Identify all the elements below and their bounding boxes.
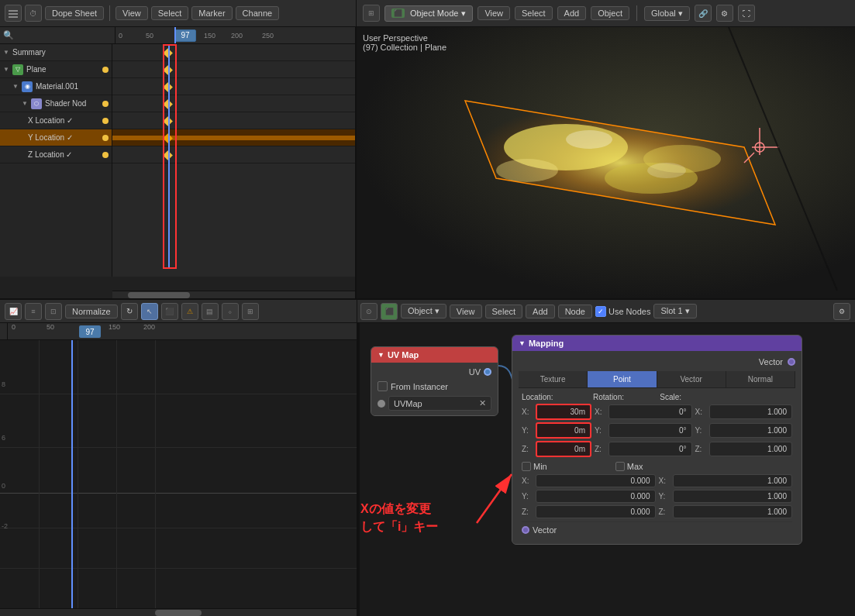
channel-plane[interactable]: ▼ ▽ Plane	[0, 61, 112, 78]
collapse-plane[interactable]: ▼	[3, 66, 11, 73]
tab-normal[interactable]: Normal	[726, 371, 795, 387]
panel-resize[interactable]	[357, 323, 360, 616]
uvmap-socket[interactable]	[378, 400, 385, 408]
ne-node-menu[interactable]: Node	[558, 305, 592, 318]
from-instancer-label: From Instancer	[391, 382, 448, 391]
uv-socket[interactable]	[484, 368, 491, 376]
rot-y-field[interactable]: 0°	[608, 423, 692, 438]
ge-warning-icon[interactable]: ⚠	[181, 303, 198, 320]
collapse-shader[interactable]: ▼	[22, 100, 29, 107]
fullscreen-icon[interactable]: ⛶	[738, 5, 755, 22]
channel-summary[interactable]: ▼ Summary	[0, 44, 112, 61]
marker-menu[interactable]: Marker	[191, 6, 232, 20]
ge-filter-icon[interactable]: ⬦	[222, 303, 239, 320]
editor-type-icon[interactable]: ⏱	[25, 5, 42, 22]
uvmap-clear[interactable]: ✕	[479, 398, 486, 408]
global-dropdown[interactable]: Global ▾	[644, 6, 690, 21]
normalize-btn[interactable]: Normalize	[65, 305, 118, 318]
channel-material[interactable]: ▼ ◉ Material.001	[0, 78, 112, 95]
ge-vgrid-1	[39, 340, 40, 608]
max-checkbox[interactable]	[615, 462, 625, 471]
scale-z-field[interactable]: 1.000	[709, 442, 793, 456]
tab-texture[interactable]: Texture	[519, 371, 588, 387]
channel-shader[interactable]: ▼ ⬡ Shader Nod	[0, 95, 112, 112]
min-z-field[interactable]: 0.000	[536, 505, 656, 518]
object-menu[interactable]: Object	[591, 6, 629, 20]
max-y-field[interactable]: 1.000	[673, 490, 793, 503]
ge-type-icon[interactable]: ≡	[25, 303, 42, 320]
channel-y-loc[interactable]: Y Location ✓	[0, 129, 112, 146]
scale-x-field[interactable]: 1.000	[709, 404, 793, 419]
ne-editor-icon[interactable]: ⊙	[360, 303, 378, 320]
mapping-headers: Location: Rotation: Scale:	[522, 393, 792, 401]
view-menu[interactable]: View	[115, 6, 148, 20]
ne-object-dropdown[interactable]: Object ▾	[401, 304, 446, 318]
slot-dropdown[interactable]: Slot 1 ▾	[653, 304, 696, 318]
uvmap-field[interactable]: UVMap ✕	[388, 396, 491, 411]
vector-input-socket[interactable]	[522, 526, 529, 534]
svg-rect-1	[9, 13, 18, 15]
view-menu-right[interactable]: View	[477, 6, 510, 20]
ge-scrollbar[interactable]	[0, 608, 357, 616]
loc-z-group: Z: 0m	[522, 441, 591, 457]
min-y-field[interactable]: 0.000	[536, 490, 656, 503]
ge-tool2-icon[interactable]: ⬛	[161, 303, 178, 320]
rot-x-field[interactable]: 0°	[608, 404, 692, 419]
scale-y-group: Y: 1.000	[695, 423, 793, 438]
ge-frame-input[interactable]: 97	[79, 325, 101, 338]
min-group: Min	[522, 462, 547, 471]
loc-z-field[interactable]: 0m	[536, 441, 591, 457]
object-mode-dropdown[interactable]: ⬛ Object Mode ▾	[384, 5, 473, 22]
scale-y-field[interactable]: 1.000	[709, 423, 793, 438]
select-menu-right[interactable]: Select	[515, 6, 553, 20]
y-loc-dot	[102, 135, 109, 141]
mapping-z-row: Z: 0m Z: 0° Z: 1.000	[522, 441, 792, 457]
max-fields: X: 1.000 Y: 1.000 Z: 1.000	[659, 474, 793, 518]
ne-settings-icon[interactable]: ⚙	[833, 303, 850, 320]
select-menu-left[interactable]: Select	[151, 6, 189, 20]
link-icon[interactable]: 🔗	[695, 5, 712, 22]
channel-menu[interactable]: Channe	[236, 6, 280, 20]
max-x-field[interactable]: 1.000	[673, 474, 793, 487]
svg-line-19	[477, 474, 512, 523]
dopesheet-icon[interactable]	[5, 5, 22, 22]
channel-z-loc[interactable]: Z Location ✓	[0, 146, 112, 163]
channel-x-loc[interactable]: X Location ✓	[0, 112, 112, 129]
loc-x-field[interactable]: 30m	[536, 404, 591, 420]
ne-view-menu[interactable]: View	[450, 305, 482, 318]
x-loc-label: X Location ✓	[28, 116, 101, 125]
viewport-editor-icon[interactable]: ⊞	[363, 5, 380, 22]
tab-vector[interactable]: Vector	[657, 371, 726, 387]
ge-scrollbar-thumb[interactable]	[155, 610, 202, 616]
ge-pin-icon[interactable]: ⊞	[242, 303, 259, 320]
ne-select-menu[interactable]: Select	[485, 305, 523, 318]
ge-grid-3	[0, 528, 357, 528]
rot-y-group: Y: 0°	[595, 423, 692, 438]
vector-output-socket[interactable]	[788, 358, 795, 366]
ge-snap-icon[interactable]: ⊡	[45, 303, 62, 320]
ge-refresh-icon[interactable]: ↻	[121, 303, 138, 320]
use-nodes-toggle[interactable]: ✓ Use Nodes	[595, 306, 650, 317]
ge-tool3-icon[interactable]: ▤	[202, 303, 219, 320]
shader-dot	[102, 101, 109, 107]
loc-y-field[interactable]: 0m	[536, 422, 591, 439]
search-icon[interactable]: 🔍	[3, 30, 14, 40]
rot-z-field[interactable]: 0°	[608, 442, 692, 456]
dopesheet-dropdown[interactable]: Dope Sheet	[45, 6, 104, 20]
ge-select-icon[interactable]: ↖	[141, 303, 158, 320]
add-menu[interactable]: Add	[557, 6, 587, 20]
ge-editor-icon[interactable]: 📈	[5, 303, 22, 320]
scrollbar-thumb-top[interactable]	[128, 292, 190, 298]
ne-add-menu[interactable]: Add	[526, 305, 555, 318]
collapse-summary[interactable]: ▼	[3, 49, 11, 56]
ne-type-icon[interactable]: ⬛	[381, 303, 398, 320]
min-x-field[interactable]: 0.000	[536, 474, 656, 487]
settings-icon[interactable]: ⚙	[716, 5, 733, 22]
from-instancer-checkbox[interactable]	[378, 381, 388, 391]
min-checkbox[interactable]	[522, 462, 531, 471]
dopesheet-scrollbar[interactable]	[112, 291, 355, 298]
tab-point[interactable]: Point	[588, 371, 657, 387]
collapse-material[interactable]: ▼	[12, 83, 20, 90]
max-z-field[interactable]: 1.000	[673, 505, 793, 518]
frame-input-top[interactable]: 97	[174, 29, 196, 42]
